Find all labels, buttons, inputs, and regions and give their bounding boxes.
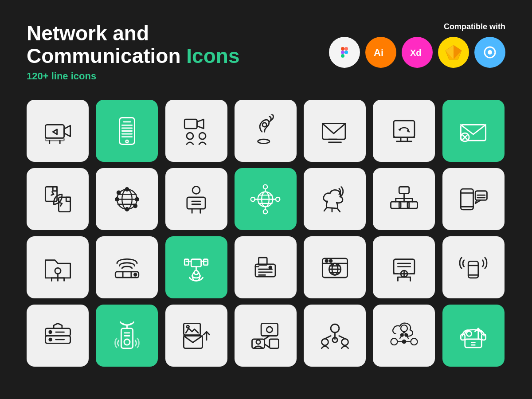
svg-point-102 <box>134 273 137 276</box>
illustrator-icon: Ai <box>365 37 396 68</box>
svg-point-69 <box>276 197 280 201</box>
icon-card-conference <box>165 100 227 162</box>
svg-point-95 <box>55 268 60 274</box>
compat-icons: Ai Xd <box>329 37 505 68</box>
icon-card-email <box>304 100 366 162</box>
svg-point-70 <box>263 184 267 188</box>
svg-point-52 <box>135 197 139 201</box>
svg-line-162 <box>265 344 270 348</box>
svg-point-55 <box>117 191 121 194</box>
compat-section: Compatible with Ai <box>329 22 505 68</box>
svg-marker-27 <box>197 119 203 129</box>
icon-card-email-cancel <box>442 100 505 162</box>
svg-point-4 <box>344 51 348 54</box>
page: Network and Communication Icons 120+ lin… <box>0 0 532 399</box>
title-section: Network and Communication Icons 120+ lin… <box>27 22 240 82</box>
svg-point-25 <box>125 140 128 143</box>
svg-rect-105 <box>191 259 201 266</box>
svg-point-158 <box>267 327 273 332</box>
compat-label: Compatible with <box>329 22 505 31</box>
icon-card-fax <box>235 236 297 298</box>
icon-card-network-globe <box>235 168 297 230</box>
svg-point-164 <box>331 324 339 332</box>
svg-point-165 <box>321 339 328 345</box>
svg-point-56 <box>133 204 137 207</box>
svg-point-53 <box>125 188 129 191</box>
svg-point-171 <box>401 325 407 332</box>
svg-point-57 <box>192 186 200 194</box>
figma-icon <box>329 37 360 68</box>
svg-point-151 <box>124 339 130 345</box>
icon-card-file-transfer <box>27 168 89 230</box>
icon-card-location <box>235 100 297 162</box>
icon-card-security <box>27 305 89 367</box>
svg-marker-13 <box>64 125 70 136</box>
title-line2: Communication Icons <box>27 45 240 67</box>
icon-card-walkie-talkie <box>96 305 158 367</box>
svg-point-155 <box>187 325 189 328</box>
svg-point-122 <box>329 259 332 262</box>
icon-card-mobile-broadcast <box>442 236 505 298</box>
svg-text:Ai: Ai <box>374 47 383 58</box>
icon-card-sync <box>373 100 435 162</box>
svg-point-144 <box>49 331 51 333</box>
svg-rect-44 <box>45 187 57 201</box>
svg-rect-58 <box>187 197 205 209</box>
icon-card-mobile <box>96 100 158 162</box>
svg-text:Xd: Xd <box>410 48 422 58</box>
icon-card-cloud-network <box>304 168 366 230</box>
svg-point-173 <box>411 338 417 345</box>
svg-point-117 <box>269 266 272 269</box>
header: Network and Communication Icons 120+ lin… <box>27 22 505 82</box>
svg-rect-45 <box>59 197 70 212</box>
svg-point-166 <box>341 339 348 345</box>
icon-card-user-group <box>304 305 366 367</box>
icon-card-device-mgmt <box>373 236 435 298</box>
icon-card-satellite <box>165 236 227 298</box>
svg-rect-15 <box>45 138 64 141</box>
svg-point-30 <box>262 122 266 126</box>
icon-card-hierarchy <box>373 168 435 230</box>
svg-rect-1 <box>344 47 348 51</box>
svg-point-71 <box>263 210 267 214</box>
icon-card-globe-network <box>96 168 158 230</box>
svg-point-160 <box>256 340 260 344</box>
title-icons: Icons <box>186 44 239 67</box>
svg-rect-3 <box>341 54 344 58</box>
svg-rect-35 <box>394 121 415 137</box>
icon-card-speaker <box>165 168 227 230</box>
craft-icon <box>474 37 505 68</box>
svg-line-168 <box>325 336 331 339</box>
svg-point-111 <box>194 270 198 274</box>
title-line1: Network and <box>27 22 240 45</box>
svg-point-28 <box>187 133 193 139</box>
icon-card-mobile-msg <box>442 168 505 230</box>
svg-line-77 <box>324 207 327 211</box>
icons-grid <box>27 100 505 367</box>
svg-point-29 <box>199 133 206 139</box>
svg-rect-80 <box>399 187 409 193</box>
svg-point-31 <box>258 139 270 143</box>
title-communication: Communication <box>27 44 186 67</box>
svg-rect-26 <box>184 119 197 129</box>
svg-rect-180 <box>465 339 482 348</box>
svg-point-172 <box>391 338 397 345</box>
svg-line-79 <box>337 208 340 212</box>
xd-icon: Xd <box>402 37 433 68</box>
svg-point-177 <box>403 340 406 344</box>
icon-card-cloud-node <box>373 305 435 367</box>
icon-card-wifi-router <box>96 236 158 298</box>
svg-point-178 <box>401 334 403 336</box>
icon-card-mail-upload <box>165 305 227 367</box>
svg-rect-2 <box>341 51 344 54</box>
svg-rect-163 <box>270 339 279 348</box>
svg-point-121 <box>325 259 328 262</box>
svg-rect-0 <box>341 47 344 51</box>
icon-card-web-browser <box>304 236 366 298</box>
icon-card-video-chat <box>27 100 89 162</box>
sketch-icon <box>438 37 469 68</box>
svg-point-145 <box>49 338 51 341</box>
svg-rect-109 <box>203 259 207 265</box>
svg-point-54 <box>125 207 129 211</box>
icon-card-folder-network <box>27 236 89 298</box>
